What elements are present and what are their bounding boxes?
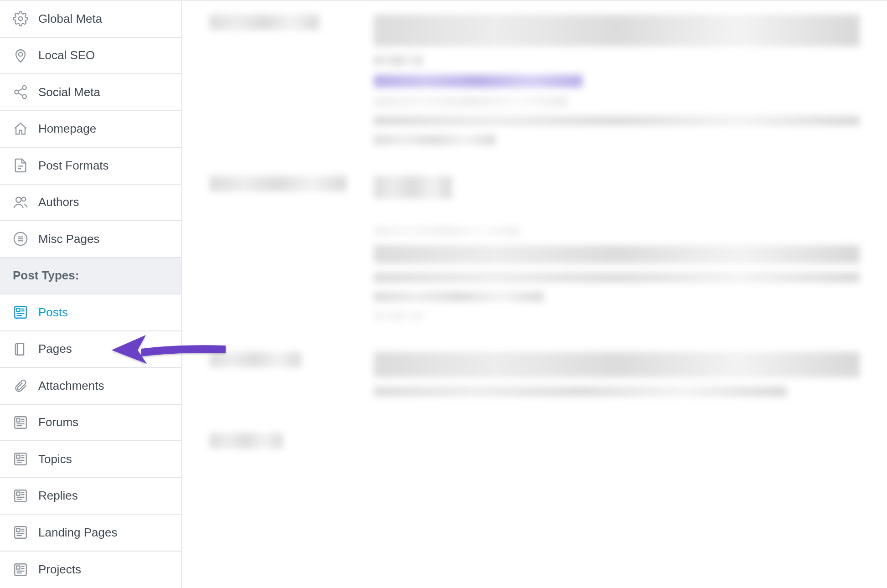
share-icon xyxy=(13,84,28,100)
blurred-row xyxy=(210,15,860,154)
sidebar-item-label: Misc Pages xyxy=(38,232,99,246)
blurred-placeholder xyxy=(374,135,495,145)
sidebar-item-post-formats[interactable]: Post Formats xyxy=(0,148,181,185)
blurred-placeholder xyxy=(374,245,860,263)
post-icon xyxy=(13,451,28,467)
sidebar-item-topics[interactable]: Topics xyxy=(0,441,181,478)
list-circle-icon xyxy=(13,231,28,247)
sidebar-item-homepage[interactable]: Homepage xyxy=(0,111,181,148)
svg-line-5 xyxy=(18,88,23,91)
sidebar-item-local-seo[interactable]: Local SEO xyxy=(0,38,181,75)
blurred-placeholder xyxy=(374,352,860,377)
blurred-placeholder xyxy=(374,56,423,66)
blurred-placeholder xyxy=(374,387,787,397)
blurred-placeholder xyxy=(210,433,283,449)
svg-point-4 xyxy=(22,95,26,99)
sidebar-item-label: Replies xyxy=(38,489,78,503)
sidebar-item-social-meta[interactable]: Social Meta xyxy=(0,74,181,111)
blurred-placeholder xyxy=(374,226,520,236)
blurred-row xyxy=(210,433,860,458)
gear-icon xyxy=(13,11,28,26)
sidebar-item-attachments[interactable]: Attachments xyxy=(0,368,181,405)
svg-point-10 xyxy=(22,197,26,201)
sidebar-item-label: Forums xyxy=(38,415,78,429)
document-icon xyxy=(13,158,28,173)
post-icon xyxy=(13,415,28,430)
sidebar-item-posts[interactable]: Posts xyxy=(0,294,181,331)
sidebar-item-projects[interactable]: Projects xyxy=(0,552,181,588)
sidebar-item-label: Post Formats xyxy=(38,159,109,173)
sidebar-heading-post-types: Post Types: xyxy=(0,258,181,295)
sidebar-heading-label: Post Types: xyxy=(13,268,79,283)
svg-point-2 xyxy=(22,86,26,90)
svg-rect-22 xyxy=(17,418,20,422)
sidebar-item-label: Global Meta xyxy=(38,12,102,26)
settings-sidebar: Global Meta Local SEO Social Meta Homepa… xyxy=(0,1,182,588)
post-icon xyxy=(13,488,28,504)
blurred-placeholder xyxy=(374,97,568,107)
sidebar-item-label: Landing Pages xyxy=(38,526,117,540)
post-icon xyxy=(13,304,28,320)
blurred-placeholder xyxy=(374,15,860,46)
sidebar-item-label: Homepage xyxy=(38,122,96,136)
svg-line-6 xyxy=(18,93,23,96)
sidebar-item-forums[interactable]: Forums xyxy=(0,405,181,442)
sidebar-item-label: Attachments xyxy=(38,379,104,393)
sidebar-item-global-meta[interactable]: Global Meta xyxy=(0,1,181,38)
sidebar-item-label: Authors xyxy=(38,195,79,209)
sidebar-item-pages[interactable]: Pages xyxy=(0,331,181,368)
people-icon xyxy=(13,195,28,210)
svg-rect-40 xyxy=(17,529,20,532)
sidebar-item-label: Posts xyxy=(38,305,68,320)
paperclip-icon xyxy=(13,378,28,393)
svg-rect-46 xyxy=(17,566,20,569)
blurred-row xyxy=(210,176,860,330)
blurred-row xyxy=(210,352,860,406)
blurred-placeholder xyxy=(210,15,319,30)
svg-rect-16 xyxy=(17,309,20,312)
sidebar-item-label: Pages xyxy=(38,342,72,356)
blurred-placeholder xyxy=(374,311,423,321)
svg-rect-34 xyxy=(17,492,20,495)
sidebar-item-label: Topics xyxy=(38,452,72,466)
blurred-placeholder xyxy=(374,292,544,302)
post-icon xyxy=(13,525,28,540)
svg-point-1 xyxy=(19,52,23,57)
svg-point-0 xyxy=(19,17,23,21)
house-icon xyxy=(13,121,28,137)
sidebar-item-misc-pages[interactable]: Misc Pages xyxy=(0,221,181,258)
app-root: Global Meta Local SEO Social Meta Homepa… xyxy=(0,0,887,588)
sidebar-item-landing-pages[interactable]: Landing Pages xyxy=(0,515,181,552)
sidebar-item-replies[interactable]: Replies xyxy=(0,478,181,515)
blurred-placeholder xyxy=(374,176,452,199)
blurred-placeholder xyxy=(210,352,301,367)
post-icon xyxy=(13,562,28,578)
blurred-placeholder xyxy=(210,176,346,191)
svg-rect-28 xyxy=(17,455,20,459)
main-content xyxy=(182,1,887,588)
svg-point-9 xyxy=(16,197,21,202)
sidebar-item-label: Projects xyxy=(38,562,81,577)
pin-icon xyxy=(13,48,28,63)
sidebar-item-label: Local SEO xyxy=(38,48,95,62)
sidebar-item-authors[interactable]: Authors xyxy=(0,185,181,222)
sidebar-item-label: Social Meta xyxy=(38,85,100,99)
svg-point-3 xyxy=(15,90,19,94)
blurred-placeholder xyxy=(374,273,860,283)
blurred-placeholder xyxy=(374,116,860,126)
blurred-placeholder xyxy=(374,75,583,88)
page-icon xyxy=(13,341,28,357)
